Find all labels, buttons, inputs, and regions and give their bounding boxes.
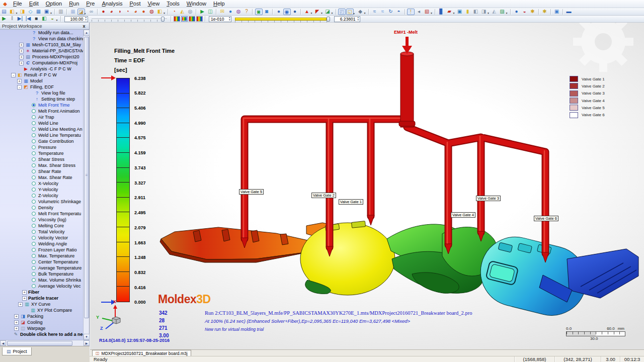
tab-project[interactable]: ▤ Project <box>2 347 32 355</box>
expand-icon[interactable]: + <box>19 55 24 59</box>
tree-item-temperature[interactable]: Temperature <box>0 150 84 156</box>
dropdown-arrow-icon[interactable]: ▼ <box>16 10 18 16</box>
colorbar-style-2-button[interactable] <box>181 16 188 22</box>
tree-item-melting-core[interactable]: Melting Core <box>0 223 84 229</box>
toolbar-button-24-icon[interactable]: ◎ <box>187 9 194 15</box>
expand-icon[interactable]: + <box>22 296 27 301</box>
animation-slider[interactable] <box>92 16 167 22</box>
time-spinner-arrows[interactable]: ▲▼ <box>357 17 359 21</box>
menu-help[interactable]: Help <box>210 1 228 7</box>
collapse-icon[interactable]: - <box>11 73 16 77</box>
toolbar-button-3-icon[interactable]: ◇ <box>27 9 34 15</box>
toolbar-button-27-icon[interactable]: ◫ <box>207 9 214 15</box>
toolbar-button-63-icon[interactable]: ◨▼ <box>480 9 488 15</box>
radio-icon[interactable] <box>32 254 36 258</box>
scroll-down-icon[interactable]: ▼ <box>84 334 90 340</box>
speed-spinner[interactable]: 100.00 ▲▼ <box>64 16 88 22</box>
radio-icon[interactable] <box>32 242 36 246</box>
toolbar-button-37-icon[interactable]: ● <box>275 9 283 15</box>
toolbar-button-61-icon[interactable]: ▮ <box>464 9 471 15</box>
tree-item-setting-time-step[interactable]: ↑Setting time step <box>0 96 84 102</box>
tree-item-viscosity-log[interactable]: Viscosity (log) <box>0 217 84 223</box>
menu-window[interactable]: Window <box>183 1 210 7</box>
toolbar-button-55-icon[interactable]: ◂ <box>415 9 423 15</box>
toolbar-button-13-icon[interactable]: ● <box>100 9 107 15</box>
toolbar-button-51-icon[interactable]: ↻ <box>387 9 394 15</box>
toolbar-button-23-icon[interactable]: ◭ <box>179 9 186 15</box>
radio-icon[interactable] <box>32 248 36 252</box>
tree-item-x-velocity[interactable]: X-Velocity <box>0 180 84 187</box>
time-slider-handle[interactable] <box>327 17 330 22</box>
radio-icon[interactable] <box>32 272 36 276</box>
scroll-left-icon[interactable]: ◀ <box>0 340 6 346</box>
dropdown-arrow-icon[interactable]: ▼ <box>487 10 490 16</box>
tree-item-melt-front-animation[interactable]: Melt Front Animation <box>0 108 84 114</box>
expand-icon[interactable]: + <box>18 302 23 307</box>
tree-item-mesh-ct103-blm-5lay[interactable]: +▦Mesh-CT103_BLM_5lay <box>0 42 84 48</box>
radio-icon[interactable] <box>32 133 36 137</box>
tree-item-gate-contribution[interactable]: Gate Contribution <box>0 138 84 144</box>
radio-icon[interactable] <box>32 169 36 173</box>
expand-icon[interactable]: + <box>14 314 19 319</box>
toolbar-button-38-icon[interactable]: ◉ <box>283 9 291 15</box>
menu-edit[interactable]: Edit <box>26 1 42 7</box>
tree-item-filling-eof[interactable]: -◩Filling, EOF <box>0 84 84 90</box>
radio-icon[interactable] <box>32 151 36 155</box>
toolbar-button-68-icon[interactable]: ◒ <box>521 9 528 15</box>
dropdown-arrow-icon[interactable]: ▼ <box>163 10 166 16</box>
toolbar-button-62-icon[interactable]: ◧ <box>472 9 479 15</box>
toolbar-button-1-icon[interactable]: ◧▼ <box>9 9 16 15</box>
radio-icon[interactable] <box>32 145 36 149</box>
toolbar-button-35-icon[interactable]: ◙ <box>263 9 271 15</box>
expand-icon[interactable]: + <box>17 79 22 83</box>
radio-icon[interactable] <box>32 103 36 107</box>
tree-item-welding-angle[interactable]: Welding Angle <box>0 241 84 247</box>
tree-item-pressure[interactable]: Pressure <box>0 144 84 150</box>
toolbar-button-34-icon[interactable]: ◙ <box>255 9 263 15</box>
colorbar-style-3-button[interactable] <box>189 16 195 22</box>
toolbar-button-5-icon[interactable]: ◧ <box>41 16 48 22</box>
tree-item-bulk-temperature[interactable]: Bulk Temperature <box>0 271 84 277</box>
tree-item-max-shear-stress[interactable]: Max. Shear Stress <box>0 162 84 168</box>
radio-icon[interactable] <box>32 260 36 264</box>
radio-icon[interactable] <box>32 230 36 234</box>
collapse-icon[interactable]: - <box>17 85 22 89</box>
tree-item-melt-front-time[interactable]: Melt Front Time <box>0 102 84 108</box>
dropdown-arrow-icon[interactable]: ▼ <box>364 10 366 16</box>
tree-item-frozen-layer-ratio[interactable]: Frozen Layer Ratio <box>0 247 84 253</box>
tree-item-view-log-file[interactable]: ?View log file <box>0 90 84 96</box>
animation-slider-handle[interactable] <box>161 17 165 22</box>
toolbar-button-47-icon[interactable]: ◆▼ <box>357 9 364 15</box>
toolbar-button-20-icon[interactable]: ◧▼ <box>156 9 164 15</box>
toolbar-button-6-icon[interactable]: ◒▼ <box>49 16 56 22</box>
tree-item-max-volume-shrinka[interactable]: Max. Volume Shrinka <box>0 277 84 283</box>
toolbar-button-2-icon[interactable]: ◨ <box>19 9 26 15</box>
menu-run[interactable]: Run <box>65 1 83 7</box>
radio-icon[interactable] <box>32 266 36 270</box>
menu-pre[interactable]: Pre <box>83 1 98 7</box>
tree-item-xy-plot-compare[interactable]: ▥XY Plot Compare <box>0 307 84 313</box>
toolbar-button-39-icon[interactable]: ● <box>291 9 299 15</box>
tree-item-max-temperature[interactable]: Max. Temperature <box>0 253 84 259</box>
tree-vscroll-thumb[interactable] <box>84 37 89 318</box>
menu-tools[interactable]: Tools <box>163 1 183 7</box>
toolbar-button-71-icon[interactable]: ✱ <box>541 9 548 15</box>
radio-icon[interactable] <box>32 278 36 282</box>
toolbar-button-41-icon[interactable]: ▲▼ <box>303 9 311 15</box>
time-slider[interactable] <box>235 16 331 22</box>
radio-icon[interactable] <box>32 194 36 198</box>
toolbar-button-2-icon[interactable]: ▶| <box>17 16 24 22</box>
tree-item-modify-run-data[interactable]: ?Modify run data... <box>0 30 84 36</box>
tree-item-model[interactable]: +▦Model <box>0 78 84 84</box>
toolbar-button-52-icon[interactable]: ◓ <box>395 9 403 15</box>
toolbar-button-31-icon[interactable]: ◍ <box>235 9 243 15</box>
toolbar-button-18-icon[interactable]: ● <box>140 9 147 15</box>
toolbar-button-19-icon[interactable]: ◍ <box>148 9 155 15</box>
menu-analysis[interactable]: Analysis <box>98 1 126 7</box>
tree-item-analysis-c-f-p-c-w[interactable]: ▶Analysis -C F P C W <box>0 66 84 72</box>
expand-icon[interactable]: + <box>14 326 19 331</box>
toolbar-button-1-icon[interactable]: ‖ <box>9 16 16 22</box>
toolbar-button-50-icon[interactable]: ≈ <box>379 9 386 15</box>
expand-icon[interactable]: + <box>19 49 24 53</box>
toolbar-button-3-icon[interactable]: |◀ <box>25 16 32 22</box>
